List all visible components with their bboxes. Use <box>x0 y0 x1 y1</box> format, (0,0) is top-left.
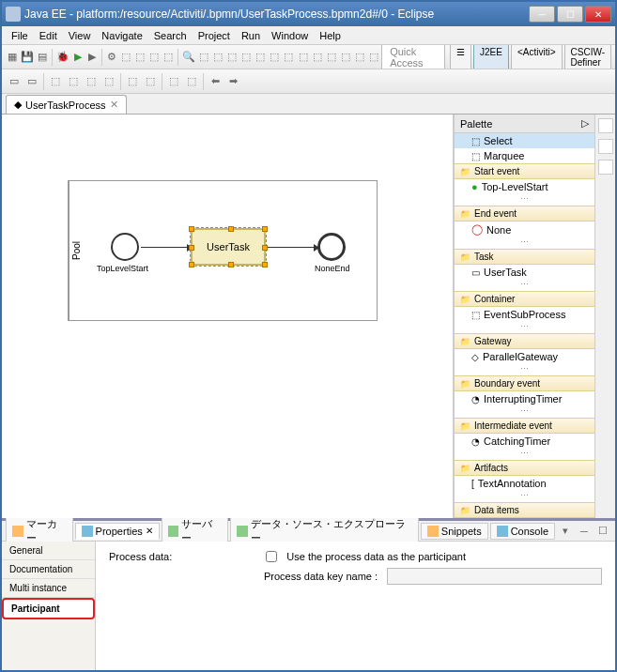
menu-view[interactable]: View <box>63 28 97 43</box>
menu-help[interactable]: Help <box>314 28 347 43</box>
tool10-icon[interactable]: ⬚ <box>268 49 281 66</box>
run-icon[interactable]: ▶ <box>71 49 85 66</box>
tool9-icon[interactable]: ⬚ <box>254 49 267 66</box>
palette-top-level-start[interactable]: ● Top-LevelStart <box>455 179 594 194</box>
palette-parallel-gateway[interactable]: ◇ ParallelGateway <box>455 349 594 364</box>
prop-tab-documentation[interactable]: Documentation <box>2 560 95 579</box>
user-task-node[interactable]: UserTask <box>191 228 266 266</box>
run-ext-icon[interactable]: ▶ <box>85 49 99 66</box>
save-icon[interactable]: 💾 <box>20 49 35 66</box>
back-icon[interactable]: ⬅ <box>207 73 224 90</box>
tab-properties[interactable]: Properties ✕ <box>75 523 160 540</box>
minimize-view-icon[interactable]: ─ <box>576 523 593 540</box>
prop-tab-multi-instance[interactable]: Multi instance <box>2 579 95 598</box>
tool17-icon[interactable]: ⬚ <box>367 49 380 66</box>
t5-icon[interactable]: ⬚ <box>100 73 117 90</box>
trim-icon-3[interactable] <box>598 160 613 175</box>
palette-section-gateway[interactable]: Gateway <box>455 333 594 349</box>
perspective-j2ee[interactable]: J2EE <box>473 45 509 69</box>
palette-none[interactable]: ◯ None <box>455 221 594 237</box>
t7-icon[interactable]: ⬚ <box>142 73 159 90</box>
bpmn-canvas[interactable]: Pool TopLevelStart UserTask NoneEnd <box>2 115 453 518</box>
maximize-view-icon[interactable]: ☐ <box>594 523 611 540</box>
t4-icon[interactable]: ⬚ <box>83 73 100 90</box>
menu-edit[interactable]: Edit <box>34 28 63 43</box>
use-as-participant-checkbox[interactable] <box>266 551 277 562</box>
save-all-icon[interactable]: ▤ <box>36 49 49 66</box>
prop-tab-general[interactable]: General <box>2 542 95 560</box>
key-name-input[interactable] <box>387 568 602 585</box>
forward-icon[interactable]: ➡ <box>224 73 241 90</box>
tool6-icon[interactable]: ⬚ <box>211 49 224 66</box>
menu-window[interactable]: Window <box>266 28 314 43</box>
palette-header[interactable]: Palette▷ <box>455 115 594 133</box>
tab-snippets[interactable]: Snippets <box>421 523 488 540</box>
palette-section-intermediate[interactable]: Intermediate event <box>455 418 594 434</box>
perspective-csciw[interactable]: CSCIW-Definer <box>564 45 611 69</box>
tool4-icon[interactable]: ⬚ <box>162 49 175 66</box>
close-tab-icon[interactable]: ✕ <box>110 99 118 111</box>
view-menu-icon[interactable]: ▾ <box>557 523 574 540</box>
property-content: Process data: Use the process data as th… <box>96 542 615 672</box>
open-perspective-button[interactable]: ☰ <box>450 45 471 69</box>
menu-project[interactable]: Project <box>193 28 236 43</box>
palette-more-icon[interactable]: ⋯ <box>455 194 594 206</box>
t8-icon[interactable]: ⬚ <box>165 73 182 90</box>
tool14-icon[interactable]: ⬚ <box>325 49 338 66</box>
perspective-activiti[interactable]: <Activiti> <box>511 45 563 69</box>
palette-catching-timer[interactable]: ◔ CatchingTimer <box>455 434 594 449</box>
menu-file[interactable]: File <box>6 28 34 43</box>
debug-icon[interactable]: 🐞 <box>55 49 70 66</box>
t6-icon[interactable]: ⬚ <box>124 73 141 90</box>
palette-section-boundary[interactable]: Boundary event <box>455 375 594 391</box>
quick-access-input[interactable]: Quick Access <box>381 45 445 69</box>
tool15-icon[interactable]: ⬚ <box>339 49 352 66</box>
tool8-icon[interactable]: ⬚ <box>239 49 253 66</box>
palette-section-end-event[interactable]: End event <box>455 206 594 221</box>
tool7-icon[interactable]: ⬚ <box>225 49 239 66</box>
tool-icon[interactable]: ⬚ <box>119 49 132 66</box>
tool3-icon[interactable]: ⬚ <box>147 49 161 66</box>
tool5-icon[interactable]: ⬚ <box>197 49 210 66</box>
align-icon[interactable]: ▭ <box>6 73 23 90</box>
tool2-icon[interactable]: ⬚ <box>133 49 147 66</box>
palette-user-task[interactable]: ▭ UserTask <box>455 265 594 280</box>
palette-section-data-items[interactable]: Data items <box>455 502 594 518</box>
maximize-button[interactable]: ☐ <box>557 6 583 23</box>
pool[interactable]: Pool TopLevelStart UserTask NoneEnd <box>68 180 378 321</box>
palette-event-subprocess[interactable]: ⬚ EventSubProcess <box>455 307 594 322</box>
tool11-icon[interactable]: ⬚ <box>282 49 295 66</box>
t2-icon[interactable]: ⬚ <box>47 73 64 90</box>
menu-search[interactable]: Search <box>148 28 193 43</box>
tool16-icon[interactable]: ⬚ <box>353 49 366 66</box>
editor-tab-usertaskprocess[interactable]: ◆ UserTaskProcess ✕ <box>6 95 127 114</box>
align2-icon[interactable]: ▭ <box>23 73 40 90</box>
new-icon[interactable]: ▦ <box>6 49 19 66</box>
palette-marquee-tool[interactable]: ⬚ Marquee <box>455 148 594 163</box>
tool12-icon[interactable]: ⬚ <box>297 49 310 66</box>
prop-tab-participant[interactable]: Participant <box>2 598 95 619</box>
t9-icon[interactable]: ⬚ <box>183 73 200 90</box>
palette-text-annotation[interactable]: [ TextAnnotation <box>455 476 594 491</box>
minimize-button[interactable]: ─ <box>529 6 555 23</box>
search-icon[interactable]: 🔍 <box>181 49 196 66</box>
palette-section-artifacts[interactable]: Artifacts <box>455 460 594 476</box>
tab-console[interactable]: Console <box>490 523 555 540</box>
palette-interrupting-timer[interactable]: ◔ InterruptingTimer <box>455 391 594 406</box>
sequence-flow-1[interactable] <box>141 247 188 248</box>
palette-section-start-event[interactable]: Start event <box>455 163 594 179</box>
t3-icon[interactable]: ⬚ <box>65 73 82 90</box>
palette-select-tool[interactable]: ⬚ Select <box>455 133 594 148</box>
end-event-node[interactable] <box>317 233 346 261</box>
trim-icon-2[interactable] <box>598 139 613 154</box>
outline-view-icon[interactable] <box>598 118 613 133</box>
menu-run[interactable]: Run <box>236 28 266 43</box>
sequence-flow-2[interactable] <box>268 247 315 248</box>
new-server-icon[interactable]: ⚙ <box>105 49 118 66</box>
start-event-node[interactable] <box>111 233 139 261</box>
tool13-icon[interactable]: ⬚ <box>311 49 324 66</box>
palette-section-task[interactable]: Task <box>455 249 594 265</box>
close-button[interactable]: ✕ <box>585 6 611 23</box>
palette-section-container[interactable]: Container <box>455 291 594 307</box>
menu-navigate[interactable]: Navigate <box>96 28 147 43</box>
